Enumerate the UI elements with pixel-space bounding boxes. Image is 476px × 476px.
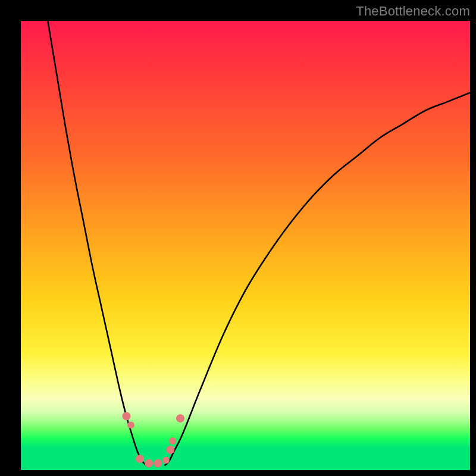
curve-marker xyxy=(122,412,130,420)
curve-marker xyxy=(176,414,184,422)
curve-marker xyxy=(127,422,134,429)
curve-marker xyxy=(154,459,162,468)
curve-marker xyxy=(166,446,174,454)
curve-marker xyxy=(145,459,153,468)
chart-frame: TheBottleneck.com xyxy=(0,0,476,476)
watermark-text: TheBottleneck.com xyxy=(356,4,470,19)
curve-marker xyxy=(162,456,170,464)
curve-marker xyxy=(169,437,176,444)
plot-area xyxy=(21,21,470,470)
curve-marker xyxy=(136,455,144,463)
curve-markers xyxy=(122,412,184,467)
curve-left-branch xyxy=(48,21,146,465)
curves-svg xyxy=(21,21,470,470)
curve-right-branch xyxy=(165,93,470,466)
